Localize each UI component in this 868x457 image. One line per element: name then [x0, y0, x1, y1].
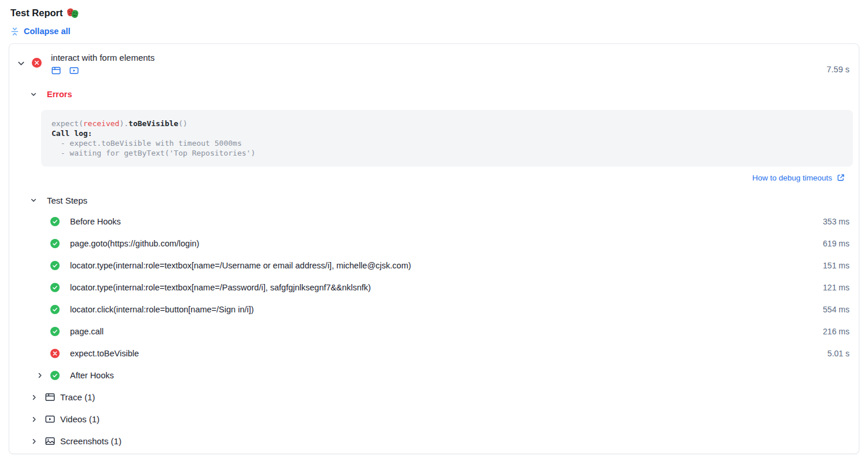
- test-step-row[interactable]: locator.type(internal:role=textbox[name=…: [9, 255, 859, 277]
- trace-icon: [45, 392, 55, 402]
- step-passed-icon: [50, 217, 60, 226]
- step-passed-icon: [50, 239, 60, 248]
- step-title: locator.type(internal:role=textbox[name=…: [70, 261, 411, 270]
- errors-section-label: Errors: [47, 90, 72, 99]
- chevron-right-icon[interactable]: [36, 372, 43, 379]
- test-attachment-shortcuts: [51, 66, 155, 75]
- error-code-block: expect(received).toBeVisible() Call log:…: [41, 110, 853, 167]
- chevron-down-icon[interactable]: [30, 197, 37, 204]
- step-passed-icon: [50, 305, 60, 314]
- screenshot-icon: [45, 436, 55, 446]
- page-title: Test Report: [10, 8, 868, 19]
- page-title-text: Test Report: [10, 8, 62, 19]
- test-step-row[interactable]: locator.click(internal:role=button[name=…: [9, 298, 859, 320]
- test-step-row[interactable]: After Hooks: [9, 364, 859, 386]
- step-title: Before Hooks: [70, 217, 121, 226]
- step-passed-icon: [50, 261, 60, 270]
- video-icon: [45, 414, 55, 424]
- step-title: page.call: [70, 327, 104, 336]
- step-passed-icon: [50, 283, 60, 292]
- test-step-row[interactable]: page.call 216 ms: [9, 320, 859, 342]
- test-steps-section-label: Test Steps: [47, 196, 87, 205]
- step-duration: 151 ms: [823, 261, 849, 270]
- step-title: page.goto(https://github.com/login): [70, 239, 199, 248]
- test-step-row[interactable]: Before Hooks 353 ms: [9, 211, 859, 233]
- step-passed-icon: [50, 327, 60, 336]
- debug-link-row: How to debug timeouts: [9, 174, 845, 182]
- test-header[interactable]: interact with form elements 7.59 s: [9, 44, 859, 75]
- collapse-all-label: Collapse all: [24, 27, 71, 36]
- collapse-all-button[interactable]: Collapse all: [10, 27, 71, 36]
- video-icon[interactable]: [69, 66, 79, 75]
- step-duration: 554 ms: [823, 305, 849, 314]
- debug-link-label: How to debug timeouts: [752, 174, 832, 182]
- step-title: locator.click(internal:role=button[name=…: [70, 305, 254, 314]
- attachment-row[interactable]: Trace (1): [9, 386, 859, 408]
- chevron-right-icon[interactable]: [31, 438, 38, 445]
- step-duration: 619 ms: [823, 239, 849, 248]
- test-step-row[interactable]: locator.type(internal:role=textbox[name=…: [9, 277, 859, 298]
- attachment-label: Trace (1): [60, 392, 95, 402]
- step-duration: 5.01 s: [827, 349, 849, 358]
- step-duration: 353 ms: [823, 217, 849, 226]
- error-line: - waiting for getByText('Top Repositorie…: [52, 148, 843, 158]
- test-result-card: interact with form elements 7.59 s Error…: [9, 43, 859, 454]
- external-link-icon: [837, 174, 845, 182]
- step-title: expect.toBeVisible: [70, 349, 139, 358]
- chevron-down-icon[interactable]: [30, 91, 37, 98]
- error-line: - expect.toBeVisible with timeout 5000ms: [52, 138, 843, 148]
- error-line: expect(received).toBeVisible(): [52, 119, 843, 128]
- steps-list: Before Hooks 353 ms page.goto(https://gi…: [9, 211, 859, 386]
- attachment-row[interactable]: Screenshots (1): [9, 430, 859, 452]
- attachment-label: Videos (1): [60, 414, 100, 424]
- errors-section-header[interactable]: Errors: [9, 90, 859, 99]
- attachment-label: Screenshots (1): [60, 436, 122, 446]
- step-duration: 121 ms: [823, 283, 849, 292]
- attachments-list: Trace (1) Videos (1) Screenshots (1): [9, 386, 859, 452]
- page-header: Test Report: [0, 0, 868, 38]
- chevron-down-icon[interactable]: [17, 59, 25, 68]
- step-passed-icon: [50, 371, 60, 380]
- chevron-right-icon[interactable]: [31, 416, 38, 423]
- test-step-row[interactable]: expect.toBeVisible 5.01 s: [9, 342, 859, 364]
- test-step-row[interactable]: page.goto(https://github.com/login) 619 …: [9, 233, 859, 255]
- test-failed-status-icon: [32, 58, 42, 68]
- attachment-row[interactable]: Videos (1): [9, 408, 859, 430]
- test-steps-section-header[interactable]: Test Steps: [9, 196, 859, 205]
- step-duration: 216 ms: [823, 327, 849, 336]
- step-failed-icon: [50, 349, 60, 358]
- theater-masks-icon: [67, 8, 79, 19]
- trace-icon[interactable]: [51, 66, 61, 75]
- collapse-all-icon: [10, 27, 19, 36]
- step-title: After Hooks: [70, 371, 114, 380]
- test-title[interactable]: interact with form elements: [51, 52, 155, 63]
- error-line: Call log:: [52, 128, 843, 138]
- how-to-debug-timeouts-link[interactable]: How to debug timeouts: [752, 174, 845, 182]
- chevron-right-icon[interactable]: [31, 394, 38, 401]
- step-title: locator.type(internal:role=textbox[name=…: [70, 283, 371, 292]
- test-duration: 7.59 s: [827, 65, 850, 74]
